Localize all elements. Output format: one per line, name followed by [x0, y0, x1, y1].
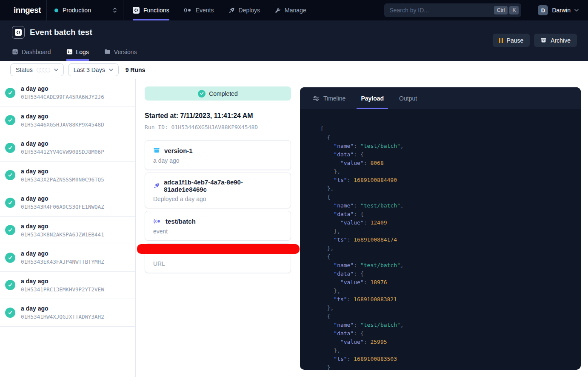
status-badge-label: Completed — [209, 90, 238, 97]
event-card-title: test/batch — [166, 218, 196, 225]
code-line: }, — [320, 184, 581, 193]
search-box: Ctrl K — [384, 3, 521, 17]
run-time: a day ago — [21, 278, 104, 285]
status-badge: Completed — [145, 86, 291, 101]
run-id: 01H53441ZYV4GVW90BSDJ8M06P — [21, 149, 104, 155]
redaction-overlay — [137, 244, 300, 254]
run-id: 01H5343K8N2AKSPA6JZW1EB441 — [21, 231, 104, 238]
code-line: "value": 8068 — [320, 159, 581, 167]
pause-button[interactable]: Pause — [493, 34, 530, 47]
nav-tab-functions[interactable]: Functions — [133, 0, 169, 20]
code-line: { — [320, 193, 581, 201]
nav-tab-deploys[interactable]: Deploys — [228, 0, 260, 20]
version-card[interactable]: version-1 a day ago — [145, 140, 291, 170]
code-line: }, — [320, 227, 581, 236]
run-list-item[interactable]: a day ago01H5344CADE99FA45RA6WJY2J6 — [0, 79, 135, 107]
wrench-icon — [274, 7, 281, 14]
code-line: "data": { — [320, 210, 581, 219]
logo-container: inngest — [0, 0, 47, 20]
tab-label: Versions — [114, 49, 137, 55]
code-line: "value": 18976 — [320, 278, 581, 287]
run-list-item[interactable]: a day ago01H5343EK43FAJP4NWTTBTYMHZ — [0, 244, 135, 272]
run-output-panel: Timeline Payload Output [ { "name": "tes… — [300, 87, 581, 370]
run-id: 01H5343X2PAZNSSSM0N0C96TQ5 — [21, 176, 104, 183]
tab-dashboard[interactable]: Dashboard — [12, 43, 51, 61]
kbd-k: K — [509, 6, 519, 14]
tab-label: Payload — [361, 95, 384, 102]
run-list-item[interactable]: a day ago01H5343X2PAZNSSSM0N0C96TQ5 — [0, 162, 135, 190]
run-time: a day ago — [21, 223, 104, 230]
user-menu[interactable]: D Darwin — [529, 0, 588, 20]
filter-bar: Status Last 3 Days 9 Runs — [0, 61, 588, 79]
nav-tab-label: Manage — [285, 7, 306, 14]
nav-tab-events[interactable]: Events — [184, 0, 214, 20]
run-time: a day ago — [21, 168, 104, 175]
event-card[interactable]: test/batch event — [145, 211, 291, 241]
run-time: a day ago — [21, 140, 104, 147]
pause-icon — [499, 38, 503, 43]
code-line: "data": { — [320, 150, 581, 159]
code-line: "ts": 1689100883821 — [320, 295, 581, 304]
archive-button[interactable]: Archive — [534, 34, 577, 47]
tab-versions[interactable]: Versions — [104, 43, 137, 61]
run-time: a day ago — [21, 195, 104, 202]
code-line: }, — [320, 244, 581, 253]
function-header: Event batch test Dashboard Logs Versions… — [0, 20, 588, 61]
tab-logs[interactable]: Logs — [66, 43, 89, 61]
status-filter-dropdown[interactable]: Status — [10, 63, 64, 76]
version-icon — [153, 147, 160, 154]
top-nav: inngest Production Functions Events Depl… — [0, 0, 588, 20]
run-list-item[interactable]: a day ago01H53446XG5HJAV88KP9X4548D — [0, 107, 135, 135]
page-title: Event batch test — [30, 28, 92, 37]
run-list-item[interactable]: a day ago01H5341HW4XJQGJXTTADWY3AH2 — [0, 299, 135, 327]
event-icon — [153, 219, 161, 224]
started-at: Started at: 7/11/2023, 11:41:24 AM — [145, 112, 291, 120]
runs-count: 9 Runs — [126, 66, 146, 73]
folder-icon — [104, 49, 111, 55]
kbd-ctrl: Ctrl — [494, 6, 508, 14]
code-line: "name": "test/batch", — [320, 321, 581, 329]
run-time: a day ago — [21, 250, 104, 257]
run-id: 01H5344CADE99FA45RA6WJY2J6 — [21, 94, 104, 100]
run-list-item[interactable]: a day ago01H5341PRC13EMKHV9P2YT2VEW — [0, 272, 135, 299]
nav-tab-label: Functions — [143, 7, 169, 14]
time-range-label: Last 3 Days — [74, 66, 105, 73]
environment-switcher[interactable]: Production — [47, 0, 123, 20]
timeline-sliders-icon — [313, 95, 320, 102]
tab-payload[interactable]: Payload — [357, 87, 388, 109]
nav-tab-manage[interactable]: Manage — [274, 0, 306, 20]
runs-list: a day ago01H5344CADE99FA45RA6WJY2J6a day… — [0, 79, 135, 327]
pause-label: Pause — [507, 37, 524, 44]
deploy-card-title: adca1f1b-4eb7-4a7a-8e90-81ade1e8469c — [164, 178, 283, 193]
main-nav-tabs: Functions Events Deploys Manage — [133, 0, 306, 20]
success-check-icon — [198, 90, 206, 98]
code-line: "data": { — [320, 270, 581, 278]
run-id: 01H53446XG5HJAV88KP9X4548D — [21, 121, 104, 128]
inngest-logo: inngest — [14, 6, 41, 15]
code-line: "ts": 1689100884490 — [320, 176, 581, 184]
archive-label: Archive — [551, 37, 571, 44]
search-input[interactable] — [389, 7, 492, 14]
code-line: "name": "test/batch", — [320, 261, 581, 270]
events-icon — [184, 7, 192, 13]
terminal-icon — [66, 49, 73, 55]
tab-output[interactable]: Output — [395, 87, 421, 109]
environment-label: Production — [63, 7, 108, 14]
time-range-dropdown[interactable]: Last 3 Days — [68, 63, 119, 76]
run-id-line: Run ID: 01H53446XG5HJAV88KP9X4548D — [145, 124, 291, 130]
run-list-item[interactable]: a day ago01H53441ZYV4GVW90BSDJ8M06P — [0, 134, 135, 162]
function-icon — [133, 7, 140, 14]
code-line: "ts": 1689100884174 — [320, 236, 581, 244]
rocket-icon — [228, 7, 235, 14]
run-list-item[interactable]: a day ago01H5343K8N2AKSPA6JZW1EB441 — [0, 217, 135, 245]
code-line: "name": "test/batch", — [320, 142, 581, 150]
run-time: a day ago — [21, 85, 104, 92]
tab-timeline[interactable]: Timeline — [308, 87, 350, 109]
run-time: a day ago — [21, 113, 104, 120]
code-line: "value": 25995 — [320, 338, 581, 346]
code-line: { — [320, 312, 581, 321]
payload-code: [ { "name": "test/batch", "data": { "val… — [300, 109, 581, 370]
deploy-card[interactable]: adca1f1b-4eb7-4a7a-8e90-81ade1e8469c Dep… — [145, 173, 291, 208]
run-list-item[interactable]: a day ago01H5343R4F06A9CS3QFE1NWQAZ — [0, 189, 135, 217]
code-line: }, — [320, 287, 581, 295]
